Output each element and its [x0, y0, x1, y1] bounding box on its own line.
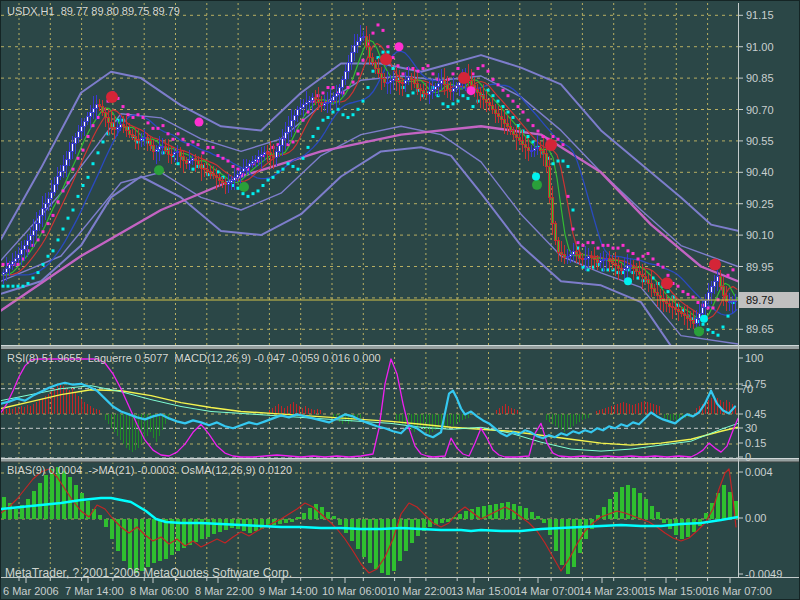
candle-body: [725, 296, 727, 302]
magenta-trail-dot: [37, 238, 40, 241]
candle-body: [140, 139, 142, 141]
osma-bar: [458, 514, 462, 519]
candle-body: [524, 144, 526, 147]
sell-signal-dot: [709, 258, 721, 270]
candle-body: [722, 286, 724, 295]
candle-body: [11, 261, 13, 264]
magenta-trail-dot: [707, 306, 710, 309]
candle-body: [314, 98, 316, 99]
candle-body: [398, 80, 400, 82]
cyan-trail-dot: [412, 91, 415, 94]
candle-body: [563, 255, 565, 257]
cyan-trail-dot: [507, 111, 510, 114]
indicator-axis-label: 0.00: [745, 512, 766, 524]
candle-body: [86, 117, 88, 122]
candle-body: [152, 146, 154, 151]
candle-body: [629, 265, 631, 266]
candle-body: [551, 197, 553, 224]
cyan-trail-dot: [652, 277, 655, 280]
candle-body: [185, 161, 187, 163]
candle-body: [680, 311, 682, 313]
osma-bar: [650, 506, 654, 519]
chart-title: USDX,H189.77 89.80 89.75 89.79: [7, 5, 186, 17]
candle-body: [566, 257, 568, 258]
cyan-trail-dot: [372, 70, 375, 73]
candle-body: [356, 41, 358, 45]
magenta-trail-dot: [667, 274, 670, 277]
candle-body: [590, 257, 592, 258]
candle-body: [410, 77, 412, 79]
candle-body: [497, 113, 499, 117]
magenta-trail-dot: [582, 244, 585, 247]
cyan-trail-dot: [267, 179, 270, 182]
candle-body: [38, 215, 40, 223]
magenta-trail-dot: [182, 138, 185, 141]
cyan-trail-dot: [312, 135, 315, 138]
middle-panel[interactable]: [1, 359, 738, 457]
osma-bar: [14, 509, 18, 519]
cyan-trail-dot: [472, 105, 475, 108]
magenta-trail-dot: [567, 195, 570, 198]
candle-body: [359, 38, 361, 41]
cyan-trail-dot: [62, 228, 65, 231]
panel-separator[interactable]: [1, 346, 800, 350]
candle-body: [329, 100, 331, 102]
magenta-trail-dot: [677, 285, 680, 288]
candle-body: [638, 272, 640, 275]
magenta-trail-dot: [297, 130, 300, 133]
osma-bar: [542, 519, 546, 523]
candle-body: [263, 152, 265, 154]
candle-body: [665, 302, 667, 304]
magenta-trail-dot: [232, 165, 235, 168]
magenta-trail-dot: [732, 268, 735, 271]
price-axis[interactable]: 91.1591.0090.8590.7090.5590.4090.2590.10…: [738, 9, 800, 580]
candle-body: [707, 292, 709, 300]
magenta-trail-dot: [597, 247, 600, 250]
candle-body: [407, 77, 409, 80]
panel-separator[interactable]: [1, 459, 800, 463]
time-axis-label: 6 Mar 2006: [3, 585, 59, 597]
candle-body: [110, 123, 112, 128]
candle-body: [404, 80, 406, 83]
chart-svg[interactable]: 91.1591.0090.8590.7090.5590.4090.2590.10…: [1, 1, 800, 600]
cyan-trail-dot: [382, 51, 385, 54]
magenta-trail-dot: [207, 146, 210, 149]
cyan-trail-dot: [302, 157, 305, 160]
candle-body: [362, 36, 364, 38]
magenta-trail-dot: [192, 140, 195, 143]
candle-body: [251, 162, 253, 164]
price-axis-label: 90.10: [746, 229, 774, 241]
cyan-trail-dot: [367, 86, 370, 89]
candle-body: [116, 127, 118, 129]
magenta-trail-dot: [727, 274, 730, 277]
osma-bar: [488, 505, 492, 519]
main-panel[interactable]: [1, 23, 738, 364]
osma-bar: [464, 511, 468, 519]
cyan-trail-dot: [307, 146, 310, 149]
osma-bar: [560, 519, 564, 565]
candle-body: [371, 57, 373, 62]
candle-body: [419, 89, 421, 91]
time-axis[interactable]: 6 Mar 20067 Mar 14:008 Mar 06:008 Mar 22…: [3, 578, 772, 597]
cyan-trail-dot: [347, 116, 350, 119]
candle-body: [569, 254, 571, 256]
candle-body: [668, 304, 670, 306]
magenta-trail-dot: [357, 72, 360, 75]
candle-body: [578, 255, 580, 258]
cyan-trail-dot: [392, 67, 395, 70]
magenta-trail-dot: [627, 249, 630, 252]
magenta-trail-dot: [507, 94, 510, 97]
magenta-trail-dot: [302, 119, 305, 122]
cyan-trail-dot: [292, 165, 295, 168]
cyan-trail-dot: [702, 323, 705, 326]
magenta-trail-dot: [87, 135, 90, 138]
magenta-trail-dot: [562, 143, 565, 146]
time-axis-label: 8 Mar 22:00: [195, 585, 254, 597]
magenta-trail-dot: [377, 23, 380, 26]
candle-body: [377, 68, 379, 73]
osma-bar: [338, 519, 342, 525]
osma-bar: [614, 492, 618, 519]
bottom-panel[interactable]: [1, 467, 738, 575]
magenta-trail-dot: [692, 296, 695, 299]
candle-body: [392, 78, 394, 80]
